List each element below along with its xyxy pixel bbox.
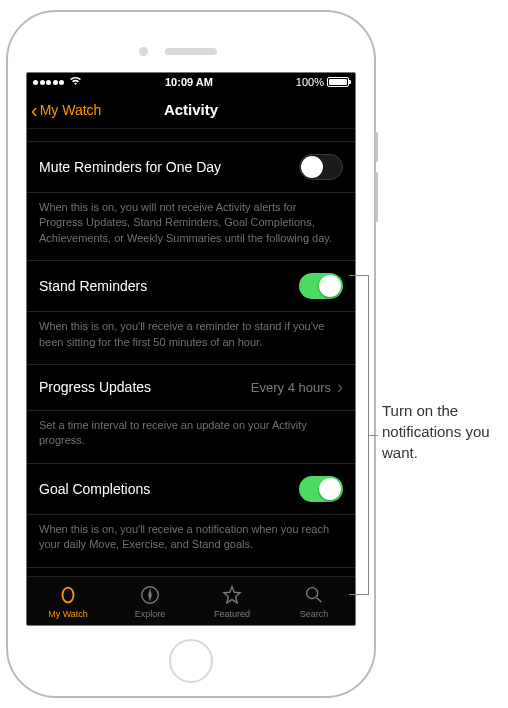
goal-completions-toggle[interactable] [299, 476, 343, 502]
wifi-icon [69, 76, 82, 88]
mute-reminders-label: Mute Reminders for One Day [39, 159, 221, 175]
navigation-bar: ‹ My Watch Activity [27, 91, 355, 129]
progress-updates-footer: Set a time interval to receive an update… [27, 411, 355, 463]
annotation-bracket [349, 275, 369, 595]
svg-line-3 [317, 597, 322, 602]
settings-content: Mute Reminders for One Day When this is … [27, 129, 355, 576]
mute-reminders-row[interactable]: Mute Reminders for One Day [27, 142, 355, 193]
chevron-right-icon: › [337, 377, 343, 398]
battery-icon [327, 77, 349, 87]
home-button[interactable] [169, 639, 213, 683]
chevron-left-icon: ‹ [31, 100, 38, 120]
tab-my-watch[interactable]: My Watch [27, 577, 109, 625]
stand-reminders-row[interactable]: Stand Reminders [27, 261, 355, 312]
star-icon [221, 584, 243, 606]
goal-completions-label: Goal Completions [39, 481, 150, 497]
stand-reminders-toggle[interactable] [299, 273, 343, 299]
stand-reminders-label: Stand Reminders [39, 278, 147, 294]
stand-reminders-footer: When this is on, you'll receive a remind… [27, 312, 355, 364]
goal-completions-row[interactable]: Goal Completions [27, 464, 355, 515]
signal-dots-icon [33, 80, 64, 85]
mute-reminders-footer: When this is on, you will not receive Ac… [27, 193, 355, 260]
back-label: My Watch [40, 102, 102, 118]
tab-explore[interactable]: Explore [109, 577, 191, 625]
search-icon [303, 584, 325, 606]
progress-updates-label: Progress Updates [39, 379, 151, 395]
tab-my-watch-label: My Watch [48, 609, 88, 619]
screen: 10:09 AM 100% ‹ My Watch Activity Mute R… [26, 72, 356, 626]
page-title: Activity [164, 101, 218, 118]
goal-completions-footer: When this is on, you'll receive a notifi… [27, 515, 355, 567]
tab-explore-label: Explore [135, 609, 166, 619]
watch-icon [57, 584, 79, 606]
achievements-row[interactable]: Achievements [27, 568, 355, 576]
compass-icon [139, 584, 161, 606]
svg-point-2 [307, 587, 318, 598]
annotation-text: Turn on the notifications you want. [382, 400, 492, 463]
mute-reminders-toggle[interactable] [299, 154, 343, 180]
tab-featured-label: Featured [214, 609, 250, 619]
back-button[interactable]: ‹ My Watch [27, 100, 101, 120]
tab-bar: My Watch Explore Featured Search [27, 576, 355, 625]
progress-updates-value: Every 4 hours [251, 380, 331, 395]
tab-featured[interactable]: Featured [191, 577, 273, 625]
status-bar: 10:09 AM 100% [27, 73, 355, 91]
progress-updates-row[interactable]: Progress Updates Every 4 hours › [27, 365, 355, 411]
tab-search-label: Search [300, 609, 329, 619]
iphone-frame: 10:09 AM 100% ‹ My Watch Activity Mute R… [6, 10, 376, 698]
battery-percentage: 100% [296, 76, 324, 88]
status-time: 10:09 AM [165, 76, 213, 88]
tab-search[interactable]: Search [273, 577, 355, 625]
svg-point-0 [63, 587, 74, 602]
